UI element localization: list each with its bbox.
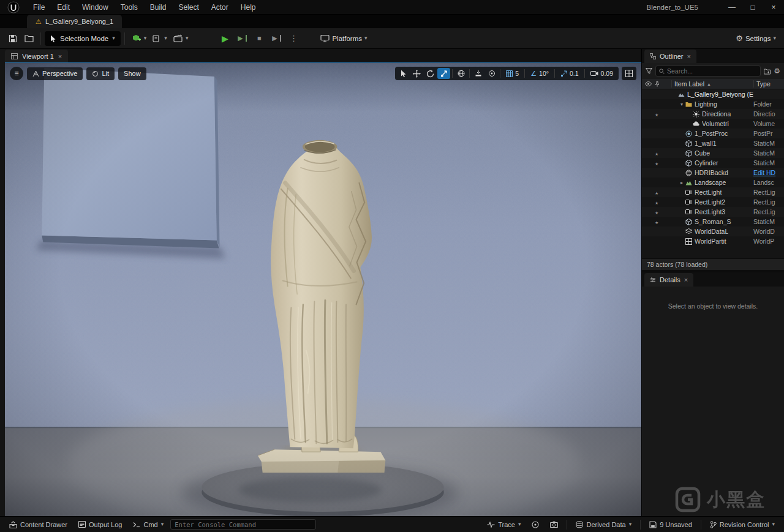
pin-cell[interactable]: ★ — [652, 218, 662, 225]
pin-cell[interactable]: ★ — [652, 159, 662, 167]
save-button[interactable] — [5, 31, 21, 47]
item-label[interactable]: WorldPartit — [695, 238, 726, 245]
viewport-3d[interactable]: ≡ Perspective Lit Show — [5, 62, 641, 516]
viewport-options-button[interactable]: ≡ — [10, 67, 23, 80]
menu-tools[interactable]: Tools — [115, 0, 144, 15]
column-type[interactable]: Type — [753, 80, 784, 88]
outliner-row[interactable]: L_Gallery9_Beiyong (E — [642, 89, 784, 99]
output-log-button[interactable]: Output Log — [74, 518, 126, 531]
perspective-dropdown[interactable]: Perspective — [27, 67, 83, 80]
item-label[interactable]: HDRIBackd — [695, 169, 728, 176]
revision-control-dropdown[interactable]: Revision Control ▾ — [706, 518, 779, 531]
lit-dropdown[interactable]: Lit — [86, 67, 115, 80]
item-label[interactable]: L_Gallery9_Beiyong (E — [687, 91, 753, 98]
minimize-button[interactable]: — — [722, 0, 742, 15]
item-label[interactable]: 1_PostProc — [695, 130, 728, 137]
unreal-logo-icon[interactable] — [0, 1, 27, 13]
content-drawer-button[interactable]: Content Drawer — [5, 518, 72, 531]
outliner-row[interactable]: ▾LightingFolder — [642, 99, 784, 109]
pin-cell[interactable]: ★ — [652, 110, 662, 118]
camera-speed-control[interactable]: 0.09 — [587, 70, 617, 77]
item-label[interactable]: Lighting — [695, 100, 717, 108]
menu-edit[interactable]: Edit — [51, 0, 76, 15]
menu-select[interactable]: Select — [172, 0, 205, 15]
show-dropdown[interactable]: Show — [118, 67, 146, 80]
outliner-search-input[interactable] — [667, 67, 757, 75]
unsaved-button[interactable]: 9 Unsaved — [645, 518, 696, 531]
item-label[interactable]: WorldDataL — [695, 228, 728, 235]
pin-cell[interactable]: ★ — [652, 149, 662, 157]
close-icon[interactable]: × — [684, 276, 688, 283]
grid-snap-control[interactable]: 5 — [502, 70, 522, 77]
rotate-tool-button[interactable] — [424, 68, 437, 79]
pin-cell[interactable]: ★ — [652, 198, 662, 206]
outliner-row[interactable]: 1_PostProcPostPr — [642, 129, 784, 138]
item-label[interactable]: S_Roman_S — [695, 218, 731, 225]
item-label[interactable]: RectLight3 — [695, 208, 725, 215]
outliner-row[interactable]: 1_wall1StaticM — [642, 138, 784, 148]
visibility-column-icon[interactable] — [645, 81, 652, 86]
close-button[interactable]: × — [763, 0, 784, 15]
eject-button[interactable]: ▶ — [268, 31, 284, 47]
pin-column-icon[interactable] — [655, 81, 660, 87]
outliner-row[interactable]: ★RectLight3RectLig — [642, 207, 784, 217]
outliner-row[interactable]: ★CubeStaticM — [642, 148, 784, 158]
outliner-row[interactable]: WorldPartitWorldP — [642, 236, 784, 246]
select-tool-button[interactable] — [397, 68, 410, 79]
outliner-row[interactable]: WorldDataLWorldD — [642, 227, 784, 236]
item-type[interactable]: Edit HD — [753, 169, 784, 176]
scale-tool-button[interactable] — [437, 68, 450, 79]
filter-icon[interactable] — [646, 68, 652, 74]
menu-window[interactable]: Window — [76, 0, 115, 15]
derived-data-dropdown[interactable]: Derived Data ▾ — [571, 518, 636, 531]
item-label[interactable]: Cylinder — [695, 159, 718, 167]
world-space-button[interactable] — [454, 68, 467, 79]
item-label[interactable]: Directiona — [702, 110, 731, 118]
blueprints-button[interactable]: ▾ — [149, 31, 170, 47]
move-tool-button[interactable] — [410, 68, 423, 79]
item-label[interactable]: RectLight2 — [695, 198, 725, 206]
details-tab[interactable]: Details × — [644, 273, 693, 287]
menu-build[interactable]: Build — [144, 0, 173, 15]
outliner-row[interactable]: ★DirectionaDirectio — [642, 109, 784, 119]
pin-cell[interactable]: ★ — [652, 189, 662, 196]
item-label[interactable]: RectLight — [695, 189, 722, 196]
pin-cell[interactable]: ★ — [652, 208, 662, 215]
rotation-snap-control[interactable]: ∠ 10° — [527, 70, 552, 77]
expand-arrow[interactable]: ▸ — [679, 180, 685, 185]
viewport-3d-scene[interactable] — [5, 63, 641, 516]
column-item-label[interactable]: Item Label ▲ — [671, 80, 753, 88]
platforms-dropdown[interactable]: Platforms ▾ — [317, 31, 370, 47]
actor-snap-button[interactable] — [485, 68, 498, 79]
viewport-tab[interactable]: Viewport 1 × — [5, 50, 68, 62]
console-command-input[interactable] — [170, 519, 316, 530]
outliner-row[interactable]: ★RectLight2RectLig — [642, 197, 784, 207]
maximize-button[interactable]: □ — [742, 0, 763, 15]
new-folder-icon[interactable] — [764, 68, 771, 75]
item-label[interactable]: Cube — [695, 149, 710, 157]
scale-snap-control[interactable]: 0.1 — [557, 70, 582, 77]
insights-button[interactable] — [527, 518, 543, 531]
snapshot-button[interactable] — [546, 518, 562, 531]
surface-snap-button[interactable] — [472, 68, 484, 79]
outliner-row[interactable]: VolumetriVolume — [642, 119, 784, 129]
outliner-row[interactable]: ▸LandscapeLandsc — [642, 178, 784, 187]
outliner-row[interactable]: ★CylinderStaticM — [642, 158, 784, 168]
browse-content-button[interactable] — [21, 31, 37, 47]
outliner-row[interactable]: HDRIBackdEdit HD — [642, 168, 784, 178]
settings-dropdown[interactable]: ⚙ Settings ▾ — [733, 31, 779, 47]
close-icon[interactable]: × — [687, 53, 691, 60]
menu-actor[interactable]: Actor — [205, 0, 235, 15]
outliner-row[interactable]: ★S_Roman_SStaticM — [642, 217, 784, 227]
play-options-button[interactable]: ⋮ — [285, 31, 301, 47]
item-label[interactable]: 1_wall1 — [695, 140, 717, 147]
outliner-settings-icon[interactable]: ⚙ — [774, 67, 780, 75]
outliner-tab[interactable]: Outliner × — [644, 50, 696, 63]
play-button[interactable]: ▶ — [217, 31, 233, 47]
menu-file[interactable]: File — [27, 0, 51, 15]
stop-button[interactable]: ■ — [251, 31, 267, 47]
trace-dropdown[interactable]: Trace ▾ — [483, 518, 525, 531]
expand-arrow[interactable]: ▾ — [679, 102, 685, 107]
skip-button[interactable]: ▶ — [234, 31, 250, 47]
cmd-dropdown[interactable]: Cmd ▾ — [129, 518, 168, 531]
